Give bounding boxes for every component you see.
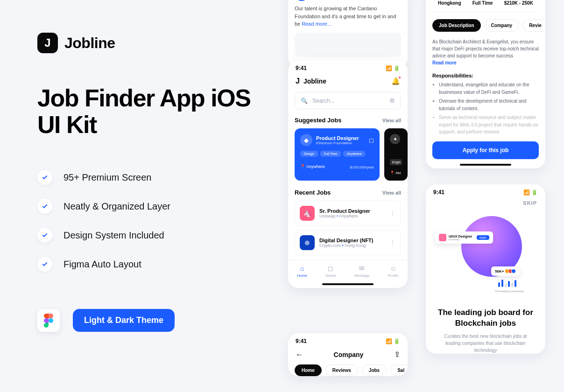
feature-text: 95+ Premium Screen <box>63 172 151 183</box>
back-icon[interactable]: ← <box>296 350 303 359</box>
job-tag: Full Time <box>320 151 341 157</box>
responsibilities-list: Understand, evangelize and educate on th… <box>426 81 545 136</box>
brand-name: Jobline <box>64 35 115 52</box>
view-all-link[interactable]: View all <box>382 190 401 196</box>
responsibilities-title: Responsibilities: <box>426 73 545 81</box>
skip-button[interactable]: SKIP <box>426 198 545 210</box>
job-tag: Anywhere <box>343 151 365 157</box>
more-icon[interactable]: ⋮ <box>389 239 396 246</box>
badge-salary: $ Salaries $210K - 250K <box>504 0 533 6</box>
onboarding-title: The leading job board for Blockchain job… <box>426 304 545 333</box>
company-name: Ethereum Foundation <box>316 141 359 145</box>
tab-reviews[interactable]: Revie <box>522 19 545 32</box>
badge-jobtype: ◷ Job Type Full Time <box>472 0 493 6</box>
tab-salaries[interactable]: Sal <box>390 364 408 376</box>
check-icon <box>37 170 52 185</box>
more-icon[interactable]: ⋮ <box>389 210 396 217</box>
tab-jobs[interactable]: Jobs <box>362 364 387 376</box>
job-location: 📍 Anywhere <box>300 164 325 169</box>
check-icon <box>37 228 52 243</box>
job-tag: Design <box>300 151 318 157</box>
job-meta: Crypto.com • Hong Kong <box>319 243 374 248</box>
app-logo: JJobline <box>296 77 326 85</box>
status-time: 9:41 <box>433 189 444 196</box>
feature-item: 95+ Premium Screen <box>37 170 252 185</box>
search-input[interactable]: 🔍 Search... ⚙ <box>295 92 401 109</box>
job-card[interactable]: ✦ Engin 📍 Irel <box>384 128 408 181</box>
notification-icon[interactable]: 🔔 <box>391 77 400 85</box>
bars-icon <box>498 280 516 287</box>
onboarding-illustration: UI/UX Designer Uniswap Apply 50K+ The le… <box>426 210 545 304</box>
share-icon[interactable]: ⇪ <box>394 350 400 359</box>
tab-company[interactable]: Company <box>485 19 519 32</box>
status-icons: 📶 🔋 <box>386 65 400 71</box>
status-time: 9:41 <box>296 338 307 344</box>
message-icon: ✉ <box>359 265 365 272</box>
headline: Job Finder App iOS UI Kit <box>37 85 252 138</box>
post-attachment[interactable] <box>295 33 401 57</box>
feature-item: Design System Included <box>37 228 252 243</box>
bookmar-icon: ◻ <box>328 265 333 272</box>
search-icon: 🔍 <box>301 98 308 104</box>
company-logo-icon: ✦ <box>390 134 400 144</box>
read-more-link[interactable]: Read more <box>432 60 457 65</box>
feature-text: Figma Auto Layout <box>63 259 141 270</box>
badge-location: ⌖ Location Hongkong <box>438 0 461 6</box>
company-logo-icon: 🦄 <box>300 206 315 221</box>
recent-job-item[interactable]: ⊕ Digital Designer (NFT) Crypto.com • Ho… <box>295 230 401 255</box>
theme-pill[interactable]: Light & Dark Theme <box>73 309 175 332</box>
brand-row: J Jobline <box>37 33 252 53</box>
job-title: Product Designer <box>316 135 359 141</box>
phone-job-detail: ⌖ Location Hongkong ◷ Job Type Full Time… <box>426 0 545 168</box>
apply-button[interactable]: Apply for this job <box>432 141 539 159</box>
company-logo-icon: ⊕ <box>300 235 315 250</box>
home-indicator <box>460 164 511 166</box>
status-icons: 📶 🔋 <box>386 338 400 344</box>
page-title: Company <box>334 351 364 358</box>
floating-job-card: UI/UX Designer Uniswap Apply <box>435 231 493 244</box>
job-description: As Blockchain Architect & Evangelist, yo… <box>426 38 545 73</box>
read-more-link[interactable]: Read more… <box>302 21 332 27</box>
phone-feed-card: 9K Followers · 1w ago Follow Our talent … <box>288 0 408 68</box>
status-icons: 📶 🔋 <box>523 189 538 196</box>
apply-mini-button[interactable]: Apply <box>477 235 489 240</box>
tab-home[interactable]: Home <box>295 364 322 376</box>
job-title: Digital Designer (NFT) <box>319 238 374 243</box>
bookmark-icon[interactable]: ◻ <box>369 137 374 144</box>
check-icon <box>37 199 52 214</box>
nav-message[interactable]: ✉Message <box>354 265 369 278</box>
home-indicator <box>322 283 374 285</box>
tab-reviews[interactable]: Reviews <box>325 364 358 376</box>
view-all-link[interactable]: View all <box>382 118 401 123</box>
recent-title: Recent Jobs <box>295 189 331 196</box>
company-logo-icon: ◆ <box>300 134 312 146</box>
status-bar: 9:41 📶 🔋 <box>426 184 545 198</box>
nav-profile[interactable]: ☺Profile <box>388 265 399 278</box>
home-icon: ⌂ <box>300 265 304 272</box>
job-card[interactable]: ◆ Product Designer Ethereum Foundation ◻… <box>295 128 380 181</box>
status-time: 9:41 <box>296 65 307 71</box>
poster-avatar[interactable] <box>295 0 309 1</box>
status-bar: 9:41 📶 🔋 <box>288 333 408 347</box>
status-bar: 9:41 📶 🔋 <box>288 60 408 74</box>
feature-text: Neatly & Organized Layer <box>63 201 170 212</box>
nav-saved[interactable]: ◻Saved <box>325 265 336 278</box>
suggested-title: Suggested Jobs <box>295 117 341 124</box>
nav-home[interactable]: ⌂Home <box>297 265 307 278</box>
brand-icon: J <box>37 33 58 53</box>
check-icon <box>37 257 52 272</box>
job-meta: Uniswap • Anywhere <box>319 214 370 218</box>
post-body: Our talent is growing at the Cardano Fou… <box>288 5 408 33</box>
feature-text: Design System Included <box>63 230 164 241</box>
figma-icon <box>44 314 53 328</box>
figma-badge <box>37 309 60 332</box>
floating-count-card: 50K+ <box>491 266 520 276</box>
job-title: Sr. Product Designer <box>319 208 370 214</box>
filter-icon[interactable]: ⚙ <box>389 97 395 104</box>
tab-description[interactable]: Job Description <box>432 19 481 32</box>
job-salary: $195,000/year <box>350 163 374 170</box>
recent-job-item[interactable]: 🦄 Sr. Product Designer Uniswap • Anywher… <box>295 201 401 226</box>
phone-onboarding: 9:41 📶 🔋 SKIP UI/UX Designer Uniswap App… <box>426 184 545 354</box>
feature-item: Neatly & Organized Layer <box>37 199 252 214</box>
illustration-caption: The leading companies <box>495 290 524 293</box>
